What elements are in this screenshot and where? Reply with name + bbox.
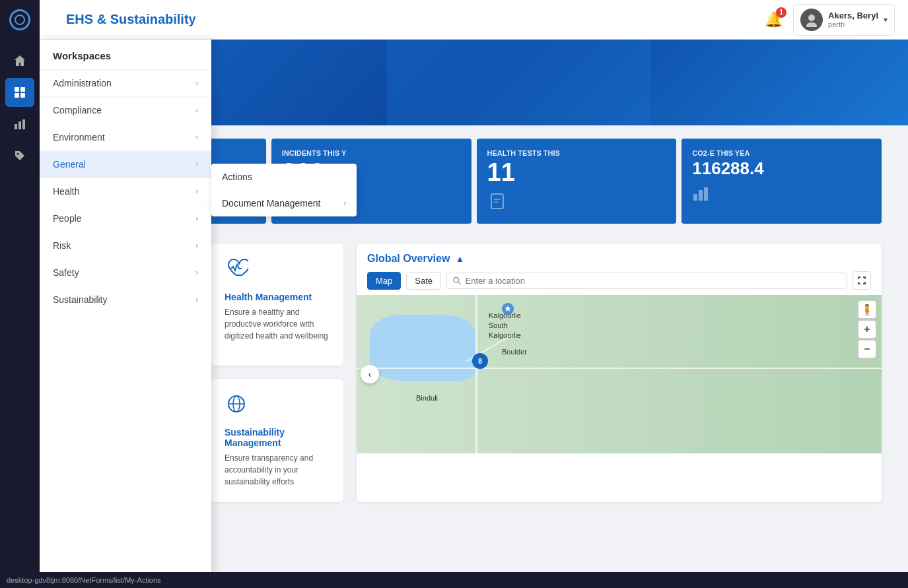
card-health-title: Health Management (225, 292, 330, 302)
stat-icon-health (487, 190, 666, 213)
svg-point-1 (806, 22, 817, 27)
stat-card-health[interactable]: HEALTH TESTS THIS 11 (477, 139, 677, 224)
chevron-right-icon: › (195, 187, 198, 196)
svg-rect-20 (704, 187, 708, 201)
map-search-input[interactable] (466, 276, 841, 286)
map-fullscreen-button[interactable] (853, 271, 871, 290)
menu-item-risk[interactable]: Risk › (40, 232, 211, 259)
map-search-box (446, 273, 847, 289)
search-icon (452, 276, 462, 285)
card-sustainability-desc: Ensure transparency and accountability i… (225, 452, 330, 488)
submenu-item-document-management[interactable]: Document Management › (211, 190, 357, 216)
page-title: EHS & Sustainability (66, 12, 196, 27)
map-collapse-icon[interactable]: ▲ (455, 253, 464, 264)
menu-item-sustainability[interactable]: Sustainability › (40, 286, 211, 313)
stat-title-health: HEALTH TESTS THIS (487, 149, 666, 157)
map-controls: Map Sate (357, 271, 882, 295)
status-bar: desktop-gdv8tjm:8080/NetForms/list/My-Ac… (0, 572, 908, 588)
notification-badge: 1 (776, 7, 786, 18)
map-section: Global Overview ▲ Map Sate (357, 244, 882, 502)
map-pin-small[interactable] (502, 303, 514, 315)
stat-icon-co2 (692, 182, 871, 205)
menu-item-administration[interactable]: Administration › (40, 70, 211, 97)
map-tab-map[interactable]: Map (367, 272, 401, 290)
menu-item-environment[interactable]: Environment › (40, 124, 211, 151)
header-right: 🔔 1 Akers, Beryl perth ▾ (765, 4, 895, 36)
map-road-2 (357, 368, 882, 369)
sidebar-icon-chart[interactable] (5, 110, 34, 139)
svg-rect-6 (15, 124, 17, 129)
svg-rect-19 (699, 190, 703, 201)
svg-rect-15 (491, 194, 503, 209)
stat-title-co2: CO2-E THIS YEA (692, 149, 871, 157)
svg-rect-4 (15, 93, 19, 98)
workspace-title: Workspaces (40, 40, 211, 70)
menu-item-compliance[interactable]: Compliance › (40, 97, 211, 124)
map-zoom-in-button[interactable]: + (858, 320, 876, 339)
map-tab-satellite[interactable]: Sate (406, 272, 441, 290)
chevron-down-icon: ▾ (884, 15, 888, 24)
map-road-1 (475, 295, 477, 453)
map-water-2 (423, 348, 475, 381)
map-label-boulder: Boulder (502, 348, 527, 356)
sustainability-icon (225, 392, 330, 420)
map-label-south: South (489, 321, 508, 329)
chevron-right-icon: › (195, 268, 198, 277)
chevron-right-icon: › (195, 106, 198, 115)
general-submenu: Actions Document Management › (211, 164, 357, 216)
map-title: Global Overview (367, 253, 450, 265)
map-label-binduli: Binduli (416, 394, 438, 402)
menu-item-people[interactable]: People › (40, 205, 211, 232)
svg-point-0 (808, 15, 815, 21)
svg-rect-8 (22, 119, 25, 129)
app-logo (0, 0, 40, 40)
chevron-right-icon: › (195, 214, 198, 223)
stat-title-incidents: INCIDENTS THIS Y (282, 149, 461, 157)
chevron-right-icon: › (195, 241, 198, 250)
chevron-right-icon: › (195, 160, 198, 169)
sidebar-icon-grid[interactable] (5, 78, 34, 107)
left-sidebar (0, 40, 40, 588)
user-menu[interactable]: Akers, Beryl perth ▾ (793, 4, 895, 36)
chevron-right-icon: › (195, 133, 198, 142)
chevron-right-icon: › (195, 295, 198, 304)
workspace-menu: Workspaces Administration › Compliance ›… (40, 40, 211, 588)
user-location: perth (828, 20, 878, 28)
card-sustainability-title: Sustainability Management (225, 427, 330, 448)
map-person-button[interactable]: 🧍 (858, 300, 876, 319)
svg-rect-18 (693, 194, 697, 201)
sidebar-icon-tag[interactable] (5, 141, 34, 170)
menu-item-general[interactable]: General › (40, 151, 211, 178)
stat-value-co2: 116288.4 (692, 160, 871, 177)
map-area[interactable]: Kalgoorlie South Kalgoorlie Boulder Bind… (357, 295, 882, 453)
svg-rect-3 (20, 87, 25, 92)
health-icon (225, 257, 330, 285)
map-background: Kalgoorlie South Kalgoorlie Boulder Bind… (357, 295, 882, 453)
card-health[interactable]: Health Management Ensure a healthy and p… (211, 244, 343, 366)
map-pin-8[interactable]: 8 (472, 353, 488, 369)
map-zoom-out-button[interactable]: − (858, 340, 876, 358)
svg-point-9 (17, 153, 19, 155)
svg-rect-5 (20, 93, 25, 98)
status-url: desktop-gdv8tjm:8080/NetForms/list/My-Ac… (7, 576, 161, 584)
submenu-item-actions[interactable]: Actions (211, 164, 357, 190)
card-health-desc: Ensure a healthy and productive workforc… (225, 306, 330, 342)
stat-value-health: 11 (487, 160, 666, 185)
svg-line-28 (458, 282, 461, 284)
fullscreen-icon (857, 276, 866, 285)
menu-item-health[interactable]: Health › (40, 178, 211, 205)
user-details: Akers, Beryl perth (828, 11, 878, 28)
app-logo-icon (9, 9, 30, 30)
map-header: Global Overview ▲ (357, 244, 882, 271)
stat-card-co2[interactable]: CO2-E THIS YEA 116288.4 (681, 139, 882, 224)
menu-item-safety[interactable]: Safety › (40, 259, 211, 286)
user-name: Akers, Beryl (828, 11, 878, 20)
sidebar-icon-home[interactable] (5, 46, 34, 75)
svg-rect-2 (15, 87, 19, 92)
svg-rect-7 (18, 121, 21, 129)
card-sustainability[interactable]: Sustainability Management Ensure transpa… (211, 379, 343, 502)
notification-bell[interactable]: 🔔 1 (765, 11, 783, 28)
map-nav-left-button[interactable]: ‹ (361, 365, 379, 383)
map-zoom-controls: 🧍 + − (858, 300, 876, 358)
chevron-right-icon: › (195, 79, 198, 88)
